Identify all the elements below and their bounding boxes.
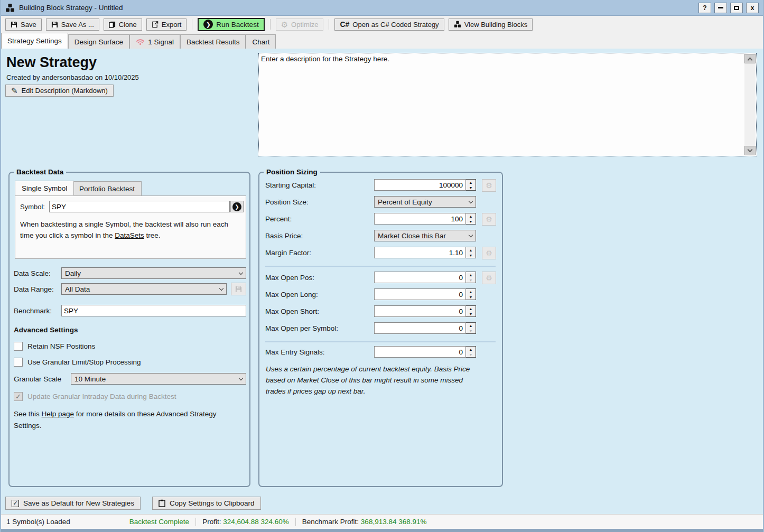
spin-up-icon[interactable]: ▲ xyxy=(466,247,476,253)
spin-down-icon[interactable]: ▼ xyxy=(466,185,476,190)
open-csharp-button[interactable]: C# Open as C# Coded Strategy xyxy=(334,18,444,31)
spin-down-icon[interactable]: ▼ xyxy=(466,294,476,300)
clone-button[interactable]: Clone xyxy=(104,18,142,31)
spinner-arrows[interactable]: ▲▼ xyxy=(466,322,476,334)
basis-price-select[interactable]: Market Close this Bar xyxy=(374,230,476,241)
spinner-arrows[interactable]: ▲▼ xyxy=(466,288,476,300)
save-default-button[interactable]: ✓ Save as Default for New Strategies xyxy=(5,497,141,510)
spin-up-icon[interactable]: ▲ xyxy=(466,180,476,185)
spinner-arrows[interactable]: ▲▼ xyxy=(466,305,476,317)
max-open-pos-spinner[interactable]: ▲▼ xyxy=(374,272,476,283)
statusbar-separator xyxy=(295,518,296,526)
spinner-arrows[interactable]: ▲▼ xyxy=(466,213,476,225)
signal-icon xyxy=(136,38,145,45)
backtest-data-group: Backtest Data Single Symbol Portfolio Ba… xyxy=(8,168,250,487)
maximize-button[interactable] xyxy=(730,3,743,13)
max-open-long-spinner[interactable]: ▲▼ xyxy=(374,288,476,300)
symbol-label: Symbol: xyxy=(20,203,45,211)
title-bar: Building Block Strategy - Untitled ? x xyxy=(1,0,763,16)
datasets-link[interactable]: DataSets xyxy=(115,231,144,239)
copy-settings-button[interactable]: Copy Settings to Clipboard xyxy=(152,497,261,510)
edit-description-button[interactable]: ✎ Edit Description (Markdown) xyxy=(5,85,114,97)
spin-up-icon[interactable]: ▲ xyxy=(466,323,476,328)
scroll-down-icon[interactable] xyxy=(744,146,756,155)
max-open-per-symbol-spinner[interactable]: ▲▼ xyxy=(374,322,476,334)
help-button[interactable]: ? xyxy=(698,3,711,13)
export-button[interactable]: Export xyxy=(146,18,187,31)
close-button[interactable]: x xyxy=(746,3,759,13)
building-blocks-icon xyxy=(5,3,15,13)
spin-down-icon[interactable]: ▼ xyxy=(466,328,476,333)
spin-down-icon[interactable]: ▼ xyxy=(466,253,476,258)
gears-icon: ⚙ xyxy=(281,21,288,29)
spinner-arrows[interactable]: ▲▼ xyxy=(466,346,476,358)
data-scale-select[interactable]: Daily xyxy=(61,267,246,279)
starting-capital-input[interactable] xyxy=(374,179,466,191)
symbol-go-button[interactable]: ❯ xyxy=(230,201,244,212)
view-building-blocks-button[interactable]: View Building Blocks xyxy=(449,18,533,31)
max-open-short-spinner[interactable]: ▲▼ xyxy=(374,305,476,317)
gears-icon: ⚙ xyxy=(486,249,492,257)
position-size-label: Position Size: xyxy=(265,198,309,206)
save-button[interactable]: Save xyxy=(5,18,42,31)
profit-value: 324,604.88 324.60% xyxy=(223,518,289,526)
spin-up-icon[interactable]: ▲ xyxy=(466,306,476,311)
percent-label: Percent: xyxy=(265,215,292,223)
tab-strategy-settings[interactable]: Strategy Settings xyxy=(1,33,68,49)
percent-input[interactable] xyxy=(374,213,466,225)
granular-scale-select[interactable]: 10 Minute xyxy=(71,373,246,385)
csharp-icon: C# xyxy=(340,20,349,29)
chevron-down-icon xyxy=(219,286,223,290)
starting-capital-spinner[interactable]: ▲▼ xyxy=(374,179,476,191)
separator xyxy=(265,266,496,267)
run-backtest-button[interactable]: ❯ Run Backtest xyxy=(198,18,264,31)
tab-single-symbol[interactable]: Single Symbol xyxy=(15,181,74,195)
max-open-long-input[interactable] xyxy=(374,288,466,300)
description-scrollbar[interactable] xyxy=(744,54,756,155)
description-text[interactable]: Enter a description for the Strategy her… xyxy=(261,55,742,63)
strategy-settings-page: New Strategy Created by andersonbasdao o… xyxy=(1,49,763,514)
spin-down-icon[interactable]: ▼ xyxy=(466,219,476,224)
scroll-up-icon[interactable] xyxy=(744,54,756,63)
tab-design-surface[interactable]: Design Surface xyxy=(68,34,129,49)
percent-spinner[interactable]: ▲▼ xyxy=(374,213,476,225)
symbol-input[interactable] xyxy=(49,201,230,212)
toolbar-separator xyxy=(329,19,329,30)
description-editor[interactable]: Enter a description for the Strategy her… xyxy=(258,53,757,156)
max-open-short-input[interactable] xyxy=(374,305,466,317)
help-page-link[interactable]: Help page xyxy=(42,410,74,418)
spinner-arrows[interactable]: ▲▼ xyxy=(466,272,476,283)
spin-up-icon[interactable]: ▲ xyxy=(466,289,476,294)
spinner-arrows[interactable]: ▲▼ xyxy=(466,179,476,191)
max-open-per-symbol-input[interactable] xyxy=(374,322,466,334)
tab-chart[interactable]: Chart xyxy=(246,34,276,49)
spinner-arrows[interactable]: ▲▼ xyxy=(466,247,476,258)
granular-limit-checkbox[interactable]: Use Granular Limit/Stop Processing xyxy=(14,358,141,367)
spin-down-icon[interactable]: ▼ xyxy=(466,311,476,316)
arrow-right-icon: ❯ xyxy=(232,202,241,211)
max-entry-signals-spinner[interactable]: ▲▼ xyxy=(374,346,476,358)
margin-factor-gear-button: ⚙ xyxy=(482,247,496,259)
floppy-icon xyxy=(235,286,242,293)
tab-signal[interactable]: 1 Signal xyxy=(129,34,180,49)
checkbox-icon xyxy=(14,358,23,367)
minimize-button[interactable] xyxy=(714,3,727,13)
tab-portfolio-backtest[interactable]: Portfolio Backtest xyxy=(72,181,142,196)
spin-up-icon[interactable]: ▲ xyxy=(466,213,476,219)
margin-factor-input[interactable] xyxy=(374,247,466,258)
data-range-select[interactable]: All Data xyxy=(61,283,227,295)
benchmark-input[interactable] xyxy=(61,305,246,316)
spin-down-icon[interactable]: ▼ xyxy=(466,352,476,357)
retain-nsf-checkbox[interactable]: Retain NSF Positions xyxy=(14,342,95,351)
spin-down-icon[interactable]: ▼ xyxy=(466,277,476,283)
spin-up-icon[interactable]: ▲ xyxy=(466,272,476,277)
max-open-pos-input[interactable] xyxy=(374,272,466,283)
save-as-button[interactable]: Save As ... xyxy=(46,18,99,31)
max-open-pos-label: Max Open Pos: xyxy=(265,274,314,282)
margin-factor-spinner[interactable]: ▲▼ xyxy=(374,247,476,258)
position-size-select[interactable]: Percent of Equity xyxy=(374,196,476,208)
tab-backtest-results[interactable]: Backtest Results xyxy=(180,34,246,49)
spin-up-icon[interactable]: ▲ xyxy=(466,347,476,352)
max-entry-signals-input[interactable] xyxy=(374,346,466,358)
data-range-label: Data Range: xyxy=(14,285,54,293)
